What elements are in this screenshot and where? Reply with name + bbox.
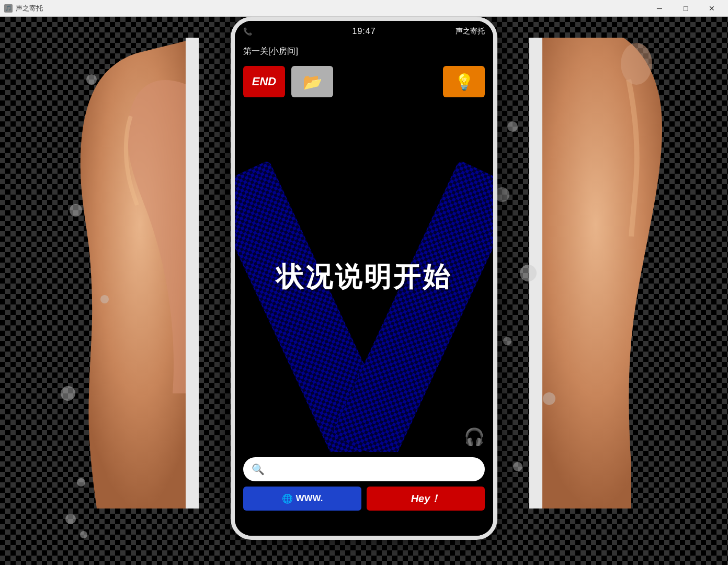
maximize-button[interactable]: □ xyxy=(674,0,698,17)
www-button[interactable]: 🌐 WWW. xyxy=(243,487,361,511)
level-bar: 第一关[小房间] xyxy=(235,42,493,61)
toolbar: END 📂 💡 xyxy=(235,61,493,103)
level-text: 第一关[小房间] xyxy=(243,46,298,57)
button-row: 🌐 WWW. Hey！ xyxy=(243,487,485,511)
svg-rect-7 xyxy=(331,160,493,452)
hey-button[interactable]: Hey！ xyxy=(367,487,485,511)
hint-button[interactable]: 💡 xyxy=(443,66,485,97)
window-title: 声之寄托 xyxy=(16,4,647,13)
search-icon: 🔍 xyxy=(252,463,265,476)
status-bar: 📞 19:47 声之寄托 xyxy=(235,21,493,42)
folder-button[interactable]: 📂 xyxy=(291,66,333,97)
search-bar[interactable]: 🔍 xyxy=(243,457,485,481)
phone-screen: 📞 19:47 声之寄托 第一关[小房间] END 📂 💡 xyxy=(235,21,493,536)
status-bar-left: 📞 xyxy=(243,27,352,36)
window-controls: ─ □ ✕ xyxy=(647,0,724,17)
clock: 19:47 xyxy=(352,27,376,36)
call-icon: 📞 xyxy=(243,27,252,36)
close-button[interactable]: ✕ xyxy=(700,0,724,17)
globe-icon: 🌐 xyxy=(282,493,293,504)
phone-frame: 📞 19:47 声之寄托 第一关[小房间] END 📂 💡 xyxy=(231,17,497,540)
app-name-status: 声之寄托 xyxy=(376,27,485,36)
folder-icon: 📂 xyxy=(303,73,322,91)
bottom-area: 🔍 🌐 WWW. Hey！ xyxy=(235,452,493,536)
search-input[interactable] xyxy=(269,465,476,474)
titlebar: 🎵 声之寄托 ─ □ ✕ xyxy=(0,0,728,17)
www-label: WWW. xyxy=(296,493,323,504)
headset-icon: 🎧 xyxy=(464,427,485,447)
minimize-button[interactable]: ─ xyxy=(647,0,672,17)
lightbulb-icon: 💡 xyxy=(454,73,474,91)
content-area: 状况说明开始 🎧 xyxy=(235,103,493,452)
main-text: 状况说明开始 xyxy=(276,259,452,296)
app-icon: 🎵 xyxy=(4,4,13,13)
end-button[interactable]: END xyxy=(243,66,285,97)
